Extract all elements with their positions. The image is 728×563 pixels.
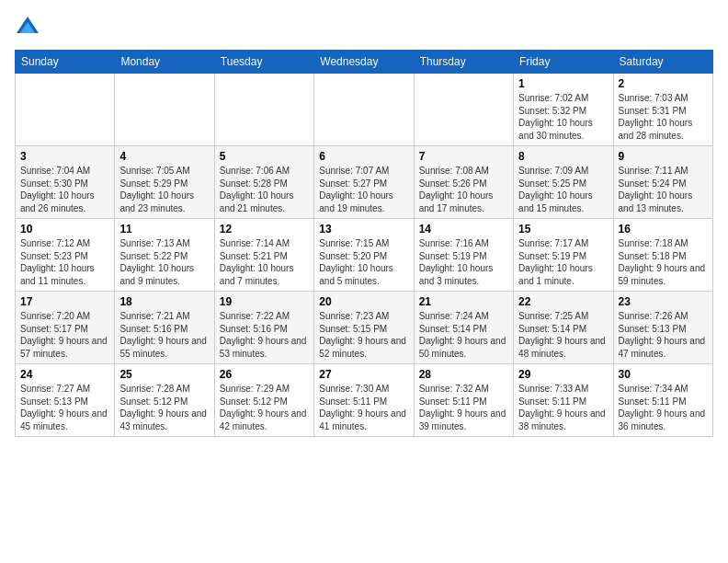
day-cell: 21Sunrise: 7:24 AMSunset: 5:14 PMDayligh… [414,292,513,364]
day-number: 23 [619,295,708,308]
day-number: 8 [518,150,608,163]
day-cell: 13Sunrise: 7:15 AMSunset: 5:20 PMDayligh… [314,219,414,292]
weekday-saturday: Saturday [613,51,712,74]
week-row-5: 24Sunrise: 7:27 AMSunset: 5:13 PMDayligh… [16,364,713,437]
day-info: Sunrise: 7:03 AMSunset: 5:31 PMDaylight:… [619,92,708,142]
weekday-friday: Friday [514,51,613,74]
day-cell: 3Sunrise: 7:04 AMSunset: 5:30 PMDaylight… [16,146,115,219]
day-cell: 11Sunrise: 7:13 AMSunset: 5:22 PMDayligh… [115,219,214,292]
day-number: 20 [319,295,408,308]
header [15,15,713,40]
day-number: 27 [319,368,408,381]
day-info: Sunrise: 7:21 AMSunset: 5:16 PMDaylight:… [119,310,209,360]
day-info: Sunrise: 7:09 AMSunset: 5:25 PMDaylight:… [518,165,608,214]
day-info: Sunrise: 7:25 AMSunset: 5:14 PMDaylight:… [518,310,608,360]
day-number: 12 [220,223,309,236]
week-row-4: 17Sunrise: 7:20 AMSunset: 5:17 PMDayligh… [16,292,713,364]
day-cell [414,74,513,146]
day-cell: 20Sunrise: 7:23 AMSunset: 5:15 PMDayligh… [314,292,414,364]
logo [15,15,44,40]
day-info: Sunrise: 7:30 AMSunset: 5:11 PMDaylight:… [319,383,408,432]
day-number: 11 [119,223,209,236]
day-info: Sunrise: 7:02 AMSunset: 5:32 PMDaylight:… [518,92,608,142]
day-number: 29 [518,368,608,381]
day-number: 13 [319,223,408,236]
day-number: 9 [619,150,708,163]
calendar-body: 1Sunrise: 7:02 AMSunset: 5:32 PMDaylight… [16,74,713,437]
day-cell: 22Sunrise: 7:25 AMSunset: 5:14 PMDayligh… [514,292,613,364]
day-info: Sunrise: 7:12 AMSunset: 5:23 PMDaylight:… [20,237,109,287]
day-info: Sunrise: 7:15 AMSunset: 5:20 PMDaylight:… [319,237,408,287]
weekday-thursday: Thursday [414,51,513,74]
day-number: 21 [419,295,508,308]
day-number: 6 [319,150,408,163]
day-cell: 17Sunrise: 7:20 AMSunset: 5:17 PMDayligh… [16,292,115,364]
day-cell: 25Sunrise: 7:28 AMSunset: 5:12 PMDayligh… [115,364,214,437]
day-info: Sunrise: 7:32 AMSunset: 5:11 PMDaylight:… [419,383,508,432]
day-number: 14 [419,223,508,236]
day-number: 16 [619,223,708,236]
day-info: Sunrise: 7:20 AMSunset: 5:17 PMDaylight:… [20,310,109,360]
calendar: SundayMondayTuesdayWednesdayThursdayFrid… [15,50,713,437]
day-number: 3 [20,150,109,163]
day-cell [115,74,214,146]
day-info: Sunrise: 7:23 AMSunset: 5:15 PMDaylight:… [319,310,408,360]
weekday-sunday: Sunday [16,51,115,74]
day-info: Sunrise: 7:34 AMSunset: 5:11 PMDaylight:… [619,383,708,432]
day-cell: 16Sunrise: 7:18 AMSunset: 5:18 PMDayligh… [613,219,712,292]
day-cell: 10Sunrise: 7:12 AMSunset: 5:23 PMDayligh… [16,219,115,292]
day-number: 17 [20,295,109,308]
day-info: Sunrise: 7:07 AMSunset: 5:27 PMDaylight:… [319,165,408,214]
page: SundayMondayTuesdayWednesdayThursdayFrid… [0,0,728,446]
day-cell: 27Sunrise: 7:30 AMSunset: 5:11 PMDayligh… [314,364,414,437]
day-cell: 12Sunrise: 7:14 AMSunset: 5:21 PMDayligh… [214,219,313,292]
day-info: Sunrise: 7:33 AMSunset: 5:11 PMDaylight:… [518,383,608,432]
day-info: Sunrise: 7:22 AMSunset: 5:16 PMDaylight:… [220,310,309,360]
day-number: 5 [220,150,309,163]
day-number: 24 [20,368,109,381]
day-info: Sunrise: 7:26 AMSunset: 5:13 PMDaylight:… [619,310,708,360]
day-number: 10 [20,223,109,236]
day-cell: 26Sunrise: 7:29 AMSunset: 5:12 PMDayligh… [214,364,313,437]
day-cell: 28Sunrise: 7:32 AMSunset: 5:11 PMDayligh… [414,364,513,437]
day-cell: 29Sunrise: 7:33 AMSunset: 5:11 PMDayligh… [514,364,613,437]
day-number: 19 [220,295,309,308]
day-number: 4 [119,150,209,163]
logo-icon [15,15,40,40]
day-info: Sunrise: 7:04 AMSunset: 5:30 PMDaylight:… [20,165,109,214]
week-row-2: 3Sunrise: 7:04 AMSunset: 5:30 PMDaylight… [16,146,713,219]
day-cell: 23Sunrise: 7:26 AMSunset: 5:13 PMDayligh… [613,292,712,364]
day-cell: 8Sunrise: 7:09 AMSunset: 5:25 PMDaylight… [514,146,613,219]
day-number: 22 [518,295,608,308]
day-info: Sunrise: 7:27 AMSunset: 5:13 PMDaylight:… [20,383,109,432]
day-number: 28 [419,368,508,381]
day-cell: 18Sunrise: 7:21 AMSunset: 5:16 PMDayligh… [115,292,214,364]
day-number: 25 [119,368,209,381]
day-info: Sunrise: 7:06 AMSunset: 5:28 PMDaylight:… [220,165,309,214]
day-cell: 1Sunrise: 7:02 AMSunset: 5:32 PMDaylight… [514,74,613,146]
day-cell [314,74,414,146]
day-info: Sunrise: 7:24 AMSunset: 5:14 PMDaylight:… [419,310,508,360]
day-info: Sunrise: 7:08 AMSunset: 5:26 PMDaylight:… [419,165,508,214]
day-info: Sunrise: 7:13 AMSunset: 5:22 PMDaylight:… [119,237,209,287]
day-cell: 15Sunrise: 7:17 AMSunset: 5:19 PMDayligh… [514,219,613,292]
day-cell: 19Sunrise: 7:22 AMSunset: 5:16 PMDayligh… [214,292,313,364]
day-cell: 7Sunrise: 7:08 AMSunset: 5:26 PMDaylight… [414,146,513,219]
day-number: 15 [518,223,608,236]
day-cell [16,74,115,146]
day-info: Sunrise: 7:17 AMSunset: 5:19 PMDaylight:… [518,237,608,287]
day-cell: 24Sunrise: 7:27 AMSunset: 5:13 PMDayligh… [16,364,115,437]
day-number: 1 [518,77,608,90]
day-number: 18 [119,295,209,308]
weekday-wednesday: Wednesday [314,51,414,74]
day-info: Sunrise: 7:29 AMSunset: 5:12 PMDaylight:… [220,383,309,432]
day-info: Sunrise: 7:05 AMSunset: 5:29 PMDaylight:… [119,165,209,214]
week-row-1: 1Sunrise: 7:02 AMSunset: 5:32 PMDaylight… [16,74,713,146]
day-info: Sunrise: 7:16 AMSunset: 5:19 PMDaylight:… [419,237,508,287]
week-row-3: 10Sunrise: 7:12 AMSunset: 5:23 PMDayligh… [16,219,713,292]
day-number: 26 [220,368,309,381]
day-cell: 14Sunrise: 7:16 AMSunset: 5:19 PMDayligh… [414,219,513,292]
day-info: Sunrise: 7:18 AMSunset: 5:18 PMDaylight:… [619,237,708,287]
day-info: Sunrise: 7:28 AMSunset: 5:12 PMDaylight:… [119,383,209,432]
day-cell: 4Sunrise: 7:05 AMSunset: 5:29 PMDaylight… [115,146,214,219]
